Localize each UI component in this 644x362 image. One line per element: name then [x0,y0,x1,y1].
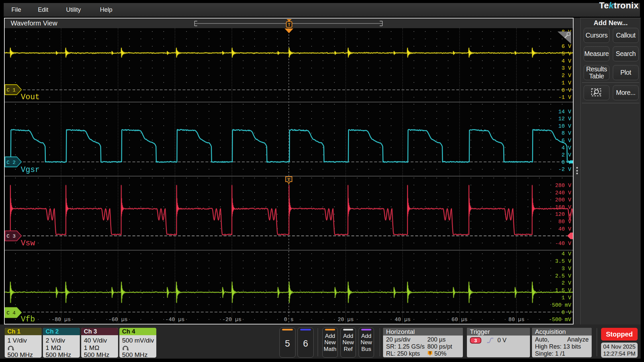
svg-text:120 V: 120 V [555,212,571,218]
svg-text:-80 µs: -80 µs [51,317,71,323]
svg-text:1 V: 1 V [561,295,571,301]
svg-text:3 V: 3 V [561,65,571,71]
svg-text:80 V: 80 V [558,219,572,225]
svg-text:Vout: Vout [21,93,40,102]
svg-text:C 3: C 3 [6,234,15,239]
svg-text:200 V: 200 V [555,197,571,203]
svg-text:-1 V: -1 V [558,95,572,101]
svg-text:-60 µs: -60 µs [108,317,128,323]
svg-text:4 V: 4 V [561,251,571,257]
svg-text:12 V: 12 V [558,116,572,122]
svg-text:5 V: 5 V [561,51,571,57]
svg-text:-40 V: -40 V [555,241,571,247]
svg-text:60 µs: 60 µs [451,317,468,323]
svg-text:3 V: 3 V [561,266,571,272]
svg-text:C 4: C 4 [6,310,15,316]
svg-text:160 V: 160 V [555,204,571,210]
svg-text:C 2: C 2 [6,160,15,166]
svg-text:240 V: 240 V [555,190,571,196]
svg-text:1 V: 1 V [561,80,571,86]
svg-text:500 mV: 500 mV [552,302,571,308]
svg-text:1.5 V: 1.5 V [555,288,571,294]
svg-text:20 µs: 20 µs [338,317,354,323]
svg-text:10 V: 10 V [558,123,572,129]
svg-text:0 s: 0 s [284,317,294,323]
svg-text:Vsw: Vsw [21,239,35,248]
svg-text:6 V: 6 V [561,138,571,144]
svg-text:2 V: 2 V [561,280,571,286]
svg-text:T: T [288,22,290,27]
svg-text:40 µs: 40 µs [394,317,411,323]
svg-text:-20 µs: -20 µs [222,317,241,323]
svg-text:C 1: C 1 [6,87,15,93]
svg-text:3.5 V: 3.5 V [555,258,571,264]
svg-text:4 V: 4 V [561,58,571,64]
svg-text:80 µs: 80 µs [508,317,525,323]
svg-text:Vgsr: Vgsr [21,165,40,174]
svg-text:6 V: 6 V [561,44,571,50]
svg-text:14 V: 14 V [558,109,572,115]
svg-text:40 V: 40 V [558,226,572,232]
svg-text:T: T [287,177,290,182]
svg-text:4 V: 4 V [561,145,571,151]
svg-text:2 V: 2 V [561,73,571,79]
svg-text:-40 µs: -40 µs [165,317,185,323]
svg-text:0 V: 0 V [561,87,571,94]
svg-text:-500 mV: -500 mV [549,317,572,323]
svg-text:280 V: 280 V [555,183,571,189]
svg-text:0 V: 0 V [561,310,571,316]
svg-text:Vfb: Vfb [21,315,35,324]
svg-text:-2 V: -2 V [558,167,572,173]
svg-text:T: T [429,351,431,355]
svg-text:2.5 V: 2.5 V [555,273,571,279]
svg-text:2 V: 2 V [561,152,571,158]
svg-text:8 V: 8 V [561,130,571,136]
